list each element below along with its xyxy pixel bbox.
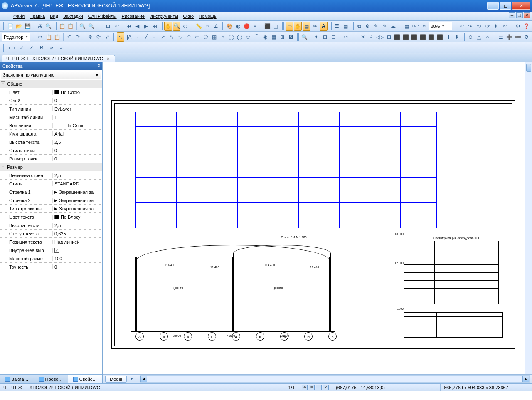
redo-button[interactable]: ↷ [466,22,474,31]
snap-endpoint[interactable]: ⊙ [467,32,474,42]
menu-tools[interactable]: Инструменты [150,14,178,19]
child-minimize-button[interactable]: ─ [509,12,515,18]
property-row[interactable]: Имя шрифтаArial [0,130,102,138]
polyline-tool[interactable]: ⟋ [151,32,158,42]
explode-button[interactable]: ✦ [313,32,320,42]
select-mode-button[interactable]: ▭ [286,22,293,31]
copy-button[interactable]: 📋 [58,22,66,31]
cloud-button[interactable]: ☁ [389,22,397,31]
align-left-button[interactable]: ⬛ [394,32,401,42]
snap-midpoint[interactable]: △ [475,32,483,42]
property-row[interactable]: Стрелка 1▶Закрашенная за [0,188,102,196]
break-button[interactable]: ✕ [359,32,366,42]
ungroup-button[interactable]: ⊟ [330,32,337,42]
markup-button[interactable]: ✎ [372,22,380,31]
text-annotation-tool[interactable]: |A [125,32,133,42]
property-row[interactable]: Тип стрелки вы▶Закрашенная за [0,205,102,213]
menu-cad-files[interactable]: САПР файлы [88,14,117,19]
snap-icon[interactable]: ⊕ [302,385,308,390]
maximize-button[interactable]: ◻ [500,2,511,10]
layer-props-button[interactable]: ⚙ [523,32,530,42]
undo-edit-button[interactable]: ↶ [66,32,73,42]
rect-tool[interactable]: ▭ [193,32,201,42]
copy-edit-button[interactable]: 📋 [45,32,52,42]
property-row[interactable]: Высота текста2,5 [0,221,102,230]
paste-button[interactable]: 📋 [66,22,74,31]
view-3d-button[interactable]: ⬛ [264,22,271,31]
new-file-button[interactable]: 📄 [7,22,15,31]
vertical-scrollbar[interactable] [525,62,532,374]
menu-drawing[interactable]: Рисование [122,14,145,19]
annotate-button[interactable]: ✏ [311,22,319,31]
zoom-combo[interactable]: 28%▼ [429,22,452,30]
child-restore-button[interactable]: ❐ [516,12,523,18]
donut-tool[interactable]: ◉ [261,32,269,42]
rotate-button[interactable]: ⟳ [95,32,102,42]
defaults-selector[interactable]: Значения по умолчанию▼ [1,71,101,79]
menu-help[interactable]: Помощь [199,14,217,19]
ellipse-tool[interactable]: ⬭ [244,32,252,42]
align-top-button[interactable]: ⬛ [419,32,426,42]
array-button[interactable]: ⊞ [385,32,392,42]
toolbar-grip[interactable] [352,22,354,30]
document-tab[interactable]: ЧЕРТЕЖ ТЕХНОЛОГИЧЕСКОЙ ЛИНИИ.DWG ✕ [2,55,115,62]
layer-mgr-button[interactable]: ☰ [497,32,505,42]
selection-tool[interactable]: ↖ [117,32,124,42]
menu-file[interactable]: Файл [13,14,25,19]
measure-angle-button[interactable]: ∠ [212,22,220,31]
block-insert-tool[interactable]: ⊞ [278,32,286,42]
pan-mode-button[interactable]: ✋ [294,22,302,31]
blocks-button[interactable]: ▦ [342,22,350,31]
nav-first-button[interactable]: ⏮ [125,22,133,31]
align-center-button[interactable]: ⬛ [402,32,409,42]
zoom-in-button[interactable]: 🔍 [79,22,87,31]
mode-selector[interactable]: Редактор▼ [2,33,30,41]
compare-settings-button[interactable]: ⚙ [364,22,372,31]
layers-button[interactable]: ☰ [333,22,341,31]
settings-button[interactable]: ⚙ [514,22,522,31]
move-button[interactable]: ✥ [86,32,94,42]
paste-edit-button[interactable]: 📋 [53,32,61,42]
toolbar-grip[interactable] [330,22,332,30]
toolbar-grip[interactable] [33,33,34,41]
rotate-3d-button[interactable]: ⬍ [492,22,500,31]
tab-bookmarks[interactable]: Закла… [0,375,34,383]
panel-close-icon[interactable]: ✕ [97,63,101,68]
property-row[interactable]: Размер точки0 [0,155,102,163]
arc-tool-2[interactable]: ⌒ [253,32,260,42]
toolbar-grip[interactable] [282,22,284,30]
ortho-icon[interactable]: ⊞ [309,385,315,390]
circle-2p-tool[interactable]: ◯ [227,32,235,42]
property-row[interactable]: Масштаб разме100 [0,254,102,263]
send-back-button[interactable]: ⬇ [453,32,461,42]
align-middle-button[interactable]: ⬛ [428,32,435,42]
tab-nav-button[interactable]: ▼ [128,375,135,384]
dim-radius-button[interactable]: R [37,43,46,52]
property-row[interactable]: Внутреннее выр✓ [0,246,102,254]
color-mono-button[interactable]: ◐ [234,22,242,31]
export-bmp-button[interactable]: BMP [411,22,419,31]
xline-tool[interactable]: ⤡ [168,32,175,42]
toolbar-grip[interactable] [297,33,299,41]
find-button[interactable]: 🔍 [300,32,308,42]
trim-button[interactable]: ✂ [342,32,349,42]
measure-area-button[interactable]: ▱ [204,22,212,31]
tab-explorer[interactable]: Прово… [34,375,68,383]
region-tool[interactable]: ▦ [270,32,277,42]
spline-tool[interactable]: ∿ [176,32,184,42]
undo-button[interactable]: ↶ [458,22,466,31]
view-wireframe-button[interactable]: ◫ [272,22,280,31]
measure-dist-button[interactable]: 📏 [195,22,203,31]
toolbar-grip[interactable] [3,44,5,52]
dim-diameter-button[interactable]: ⌀ [47,43,56,52]
property-row[interactable]: Тип линииByLayer [0,105,102,113]
menu-edit[interactable]: Правка [30,14,45,19]
help-button[interactable]: ❓ [523,22,531,31]
grid-toggle[interactable]: ▦ [403,22,411,31]
category-general[interactable]: −Общие [0,80,102,88]
zoom-window-button[interactable]: ⛶ [96,22,104,31]
grid-icon[interactable]: ⊥ [316,385,322,390]
offset-button[interactable]: ⫽ [367,32,375,42]
snap-center[interactable]: ○ [484,32,491,42]
polar-icon[interactable]: ∠ [323,385,329,390]
